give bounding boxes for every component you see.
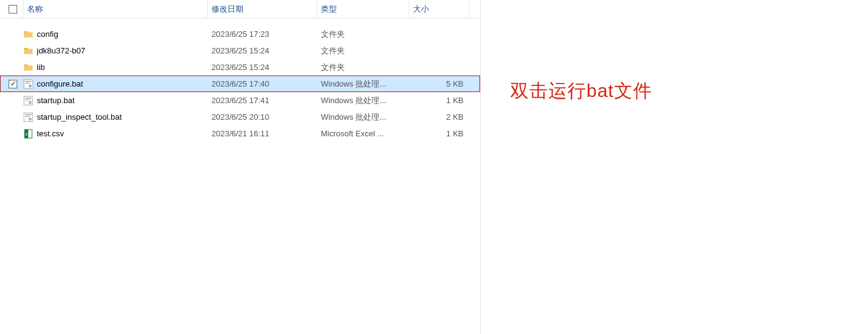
file-row[interactable]: Xtest.csv2023/6/21 16:11Microsoft Excel … xyxy=(0,125,480,142)
svg-point-4 xyxy=(30,85,31,87)
row-date-cell: 2023/6/25 17:40 xyxy=(208,79,317,88)
row-date-cell: 2023/6/25 17:23 xyxy=(208,29,317,39)
svg-rect-6 xyxy=(25,98,31,99)
svg-rect-1 xyxy=(25,81,31,82)
row-date-cell: 2023/6/25 15:24 xyxy=(208,63,317,72)
column-header-checkbox[interactable] xyxy=(2,0,23,18)
column-header-type[interactable]: 类型 xyxy=(317,0,409,18)
file-row[interactable]: ✓configure.bat2023/6/25 17:40Windows 批处理… xyxy=(0,76,480,92)
svg-rect-7 xyxy=(25,99,30,101)
file-list: config2023/6/25 17:23文件夹jdk8u372-b072023… xyxy=(0,18,480,142)
folder-icon xyxy=(23,46,33,56)
row-type-cell: Microsoft Excel ... xyxy=(317,129,409,138)
row-date-cell: 2023/6/25 17:41 xyxy=(208,96,317,105)
row-type-cell: Windows 批处理... xyxy=(317,95,409,106)
row-size-cell: 1 KB xyxy=(409,96,470,105)
svg-text:X: X xyxy=(25,133,28,136)
row-name-cell[interactable]: startup.bat xyxy=(23,96,208,106)
file-name: jdk8u372-b07 xyxy=(37,46,85,55)
row-name-cell[interactable]: jdk8u372-b07 xyxy=(23,46,208,56)
file-row[interactable]: jdk8u372-b072023/6/25 15:24文件夹 xyxy=(0,42,480,59)
row-name-cell[interactable]: config xyxy=(23,29,208,39)
row-date-cell: 2023/6/21 16:11 xyxy=(208,129,317,138)
file-row[interactable]: lib2023/6/25 15:24文件夹 xyxy=(0,59,480,76)
row-size-cell: 1 KB xyxy=(409,129,470,138)
file-name: lib xyxy=(37,63,45,72)
file-explorer: 名称 修改日期 类型 大小 config2023/6/25 17:23文件夹jd… xyxy=(0,0,481,334)
bat-icon xyxy=(23,112,33,122)
row-date-cell: 2023/6/25 15:24 xyxy=(208,46,317,55)
row-name-cell[interactable]: configure.bat xyxy=(23,79,208,89)
svg-rect-11 xyxy=(25,114,31,115)
row-size-cell: 5 KB xyxy=(409,79,470,88)
svg-rect-12 xyxy=(25,116,30,117)
row-date-cell: 2023/6/25 20:10 xyxy=(208,112,317,122)
file-name: config xyxy=(37,29,58,39)
column-header-size[interactable]: 大小 xyxy=(409,0,470,18)
bat-icon xyxy=(23,96,33,106)
row-size-cell: 2 KB xyxy=(409,112,470,122)
select-all-checkbox[interactable] xyxy=(9,5,17,14)
file-name: configure.bat xyxy=(37,79,83,88)
column-header-date[interactable]: 修改日期 xyxy=(208,0,317,18)
file-name: startup.bat xyxy=(37,96,74,105)
row-name-cell[interactable]: lib xyxy=(23,63,208,72)
file-name: startup_inspect_tool.bat xyxy=(37,112,122,122)
row-name-cell[interactable]: Xtest.csv xyxy=(23,129,208,139)
file-row[interactable]: startup.bat2023/6/25 17:41Windows 批处理...… xyxy=(0,92,480,109)
folder-icon xyxy=(23,63,33,72)
row-type-cell: 文件夹 xyxy=(317,29,409,40)
file-row[interactable]: startup_inspect_tool.bat2023/6/25 20:10W… xyxy=(0,109,480,125)
bat-icon xyxy=(23,79,33,89)
svg-point-9 xyxy=(30,102,31,103)
svg-rect-2 xyxy=(25,83,30,84)
file-name: test.csv xyxy=(37,129,64,138)
file-row[interactable]: config2023/6/25 17:23文件夹 xyxy=(0,26,480,42)
folder-icon xyxy=(23,29,33,39)
row-type-cell: 文件夹 xyxy=(317,62,409,73)
column-header-row: 名称 修改日期 类型 大小 xyxy=(0,0,480,18)
csv-icon: X xyxy=(23,129,33,139)
row-checkbox[interactable]: ✓ xyxy=(9,80,17,88)
row-checkbox-cell[interactable]: ✓ xyxy=(2,80,23,88)
annotation-text: 双击运行bat文件 xyxy=(510,79,652,104)
row-type-cell: 文件夹 xyxy=(317,45,409,56)
row-type-cell: Windows 批处理... xyxy=(317,79,409,90)
row-type-cell: Windows 批处理... xyxy=(317,112,409,123)
row-name-cell[interactable]: startup_inspect_tool.bat xyxy=(23,112,208,122)
svg-point-14 xyxy=(30,118,31,120)
column-header-name[interactable]: 名称 xyxy=(23,0,208,18)
